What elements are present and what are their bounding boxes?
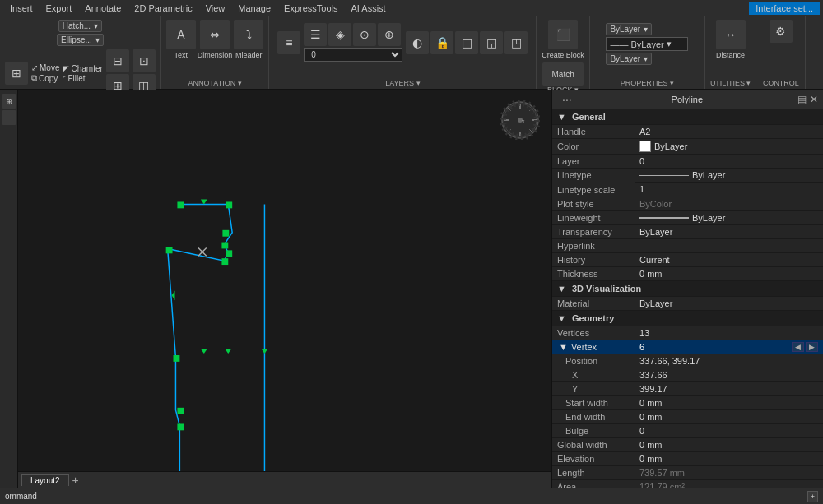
prop-row-layer: Layer 0 — [552, 155, 823, 169]
ribbon-icon-1[interactable]: ⊟ — [106, 49, 129, 72]
text-label: Text — [174, 51, 188, 59]
move-btn[interactable]: ⤢ Move — [31, 63, 59, 72]
interface-badge: Interface set... — [749, 2, 820, 15]
chamfer-btn[interactable]: ◤ Chamfer — [63, 64, 102, 73]
layers-manager-btn[interactable]: ≡ — [277, 31, 300, 54]
layer-icon-7[interactable]: ◫ — [455, 31, 478, 54]
control-icon[interactable]: ⚙ — [770, 20, 793, 43]
distance-btn[interactable]: ↔ — [716, 20, 746, 49]
geometry-section-header[interactable]: ▼ Geometry — [552, 311, 823, 326]
fillet-btn[interactable]: ◜ Fillet — [63, 74, 102, 83]
props-icon-close[interactable]: ✕ — [810, 94, 818, 105]
layer-icon-1[interactable]: ☰ — [304, 23, 327, 46]
modify-small-row: Ellipse... ▾ — [57, 34, 104, 46]
props-icon-filter[interactable]: ▤ — [797, 94, 807, 105]
hatch-label: Hatch... — [63, 21, 91, 30]
x-value: 337.66 — [635, 368, 823, 382]
bylayer-dropdown-3[interactable]: ByLayer ▾ — [606, 53, 652, 65]
prop-row-thickness: Thickness 0 mm — [552, 267, 823, 281]
bylayer-row-2: —— ByLayer ▾ — [606, 37, 688, 51]
linetype-scale-value: 1 — [635, 183, 823, 197]
mleader-label: Mleader — [235, 51, 263, 59]
canvas-area[interactable]: x — [18, 90, 551, 488]
layer-icon-8[interactable]: ◲ — [480, 31, 503, 54]
menu-aiassist[interactable]: AI Assist — [345, 2, 393, 15]
prop-row-position: Position 337.66, 399.17 — [552, 354, 823, 368]
bylayer-controls: ByLayer ▾ —— ByLayer ▾ ByLayer ▾ — [602, 20, 691, 68]
color-label: Color — [552, 139, 635, 155]
text-btn[interactable]: A — [166, 20, 196, 49]
left-tool-1[interactable]: ⊕ — [2, 94, 16, 109]
copy-icon: ⧉ — [31, 73, 37, 83]
layer-icon-3[interactable]: ⊙ — [353, 23, 376, 46]
menu-manage[interactable]: Manage — [231, 2, 277, 15]
properties-section: ByLayer ▾ —— ByLayer ▾ ByLayer ▾ PROPERT… — [590, 16, 705, 89]
add-tab-btn[interactable]: + — [72, 474, 79, 486]
ellipse-dropdown[interactable]: Ellipse... ▾ — [57, 34, 104, 46]
thickness-label: Thickness — [552, 267, 635, 281]
prop-row-handle: Handle A2 — [552, 125, 823, 139]
left-tool-2[interactable]: − — [2, 110, 16, 125]
history-label: History — [552, 253, 635, 267]
prop-row-vertex[interactable]: ▼ Vertex 6 ◀ ▶ — [552, 340, 823, 354]
ribbon-icon-3[interactable]: ⊡ — [133, 49, 156, 72]
layout-tab[interactable]: Layout2 — [21, 474, 69, 486]
vertex-next-btn[interactable]: ▶ — [806, 342, 818, 352]
manipulate-btn[interactable]: ⊞ — [5, 62, 28, 85]
menu-annotate[interactable]: Annotate — [78, 2, 128, 15]
block-section: ⬛ Create Block Match BLOCK ▾ — [537, 16, 590, 89]
menu-expresstools[interactable]: ExpressTools — [277, 2, 344, 15]
match-btn[interactable]: Match — [542, 62, 584, 86]
create-block-btn[interactable]: ⬛ — [548, 20, 578, 49]
menu-insert[interactable]: Insert — [3, 2, 40, 15]
annotation-icons: A Text ⇔ Dimension ⤵ Mleader — [166, 20, 264, 59]
properties-panel: ··· Polyline ▤ ✕ ▼ General Handle A2 Col… — [551, 90, 823, 488]
end-width-label: End width — [552, 410, 635, 424]
menu-export[interactable]: Export — [40, 2, 79, 15]
prop-row-plot-style: Plot style ByColor — [552, 197, 823, 210]
prop-row-transparency: Transparency ByLayer — [552, 225, 823, 239]
dimension-btn[interactable]: ⇔ — [200, 20, 230, 49]
bulge-value: 0 — [635, 424, 823, 438]
layer-dropdown[interactable]: 0 — [304, 48, 402, 62]
vertex-cell: 6 ◀ ▶ — [639, 342, 818, 352]
bylayer-dropdown-1[interactable]: ByLayer ▾ — [606, 23, 652, 35]
svg-rect-21 — [177, 408, 184, 414]
chamfer-label: Chamfer — [71, 64, 102, 73]
color-value-text: ByLayer — [654, 141, 687, 151]
geometry-collapse-icon: ▼ — [557, 313, 566, 323]
color-value: ByLayer — [635, 139, 823, 155]
bylayer-line-item[interactable]: —— ByLayer ▾ — [606, 37, 688, 51]
utilities-label: UTILITIES ▾ — [710, 79, 751, 89]
prop-row-linetype-scale: Linetype scale 1 — [552, 183, 823, 197]
layer-icon-9[interactable]: ◳ — [504, 31, 528, 54]
y-value: 399.17 — [635, 382, 823, 396]
vertex-prev-btn[interactable]: ◀ — [792, 342, 804, 352]
mleader-btn[interactable]: ⤵ — [234, 20, 263, 49]
3d-viz-section-header[interactable]: ▼ 3D Visualization — [552, 281, 823, 297]
layer-icon-4[interactable]: ⊕ — [378, 23, 401, 46]
start-width-value: 0 mm — [635, 396, 823, 410]
bulge-label: Bulge — [552, 424, 635, 438]
linetype-dash — [639, 175, 689, 176]
menu-view[interactable]: View — [199, 2, 232, 15]
general-section-header[interactable]: ▼ General — [552, 109, 823, 125]
menu-2d-parametric[interactable]: 2D Parametric — [128, 2, 198, 15]
area-label: Area — [552, 480, 635, 488]
material-value: ByLayer — [635, 297, 823, 311]
vertex-value: 6 — [639, 342, 644, 352]
layer-icon-5[interactable]: ◐ — [406, 31, 429, 54]
copy-btn[interactable]: ⧉ Copy — [31, 73, 59, 83]
status-bar: ommand + — [0, 488, 823, 504]
add-status-btn[interactable]: + — [807, 491, 818, 502]
layer-icon-6[interactable]: 🔒 — [430, 31, 453, 54]
lineweight-value: ByLayer — [635, 211, 823, 225]
modify-top-row: Hatch... ▾ — [58, 20, 102, 32]
props-title: Polyline — [672, 95, 704, 104]
svg-rect-20 — [174, 355, 180, 362]
hatch-dropdown[interactable]: Hatch... ▾ — [58, 20, 102, 32]
layer-icon-2[interactable]: ◈ — [328, 23, 351, 46]
length-label: Length — [552, 466, 635, 480]
three-dots-btn[interactable]: ··· — [557, 93, 577, 106]
fillet-label: Fillet — [67, 74, 85, 83]
